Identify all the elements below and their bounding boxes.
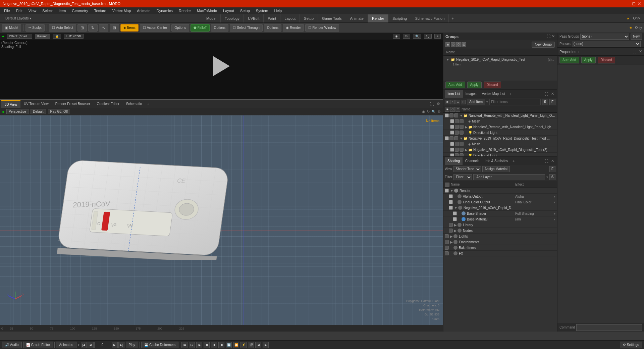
menu-setup[interactable]: Setup (237, 7, 253, 14)
viewport-tab-3dview[interactable]: 3D View (1, 100, 20, 108)
viewport-shading-button[interactable]: Default (31, 109, 46, 114)
falloff-button[interactable]: ⬟ Falloff (191, 24, 210, 32)
col-vis-icon-1[interactable]: ◉ (445, 107, 449, 112)
shader-row-11[interactable]: ▶ FX (443, 251, 557, 256)
transport-icon-8[interactable]: 🔀 (233, 342, 239, 348)
discard-button[interactable]: Discard (484, 82, 501, 88)
props-close-icon[interactable]: ✕ (639, 49, 642, 54)
items-button[interactable]: ◈ Items (120, 24, 138, 32)
transport-icon-3[interactable]: ◉ (196, 342, 202, 348)
properties-plus-icon[interactable]: + (578, 50, 580, 54)
group-item-0[interactable]: ▼ 📁 Negative_2019_nCoV_Rapid_Diagnostic_… (445, 57, 555, 62)
effect-button[interactable]: Effect: (Shadi... (7, 34, 32, 39)
layout-tab-add[interactable]: + (449, 16, 456, 20)
transport-icon-4[interactable]: ⏺ (204, 342, 210, 348)
play-label-button[interactable]: Play (126, 342, 138, 348)
groups-vis-icon-2[interactable]: ◌ (451, 42, 455, 47)
menu-maxtomodo[interactable]: MaxToModo (194, 7, 220, 14)
items-s-button[interactable]: S (542, 99, 548, 105)
tab-setup[interactable]: Setup (300, 14, 318, 22)
new-group-button[interactable]: New Group (532, 42, 555, 48)
options-2-button[interactable]: Options (211, 24, 228, 32)
transform-all-button[interactable]: ⊠ (110, 24, 119, 32)
render-window-button[interactable]: ☐ Render Window (305, 24, 339, 32)
groups-vis-icon-4[interactable]: ◱ (462, 42, 466, 47)
item-row-7[interactable]: ▶ 💡 Directional Light (443, 153, 557, 156)
menu-edit[interactable]: Edit (13, 7, 25, 14)
groups-close-icon[interactable]: ✕ (552, 34, 555, 39)
menu-help[interactable]: Help (271, 7, 284, 14)
col-vis-icon-2[interactable]: ◌ (450, 107, 455, 112)
transform-rotate-button[interactable]: ↻ (88, 24, 98, 32)
menu-item[interactable]: Item (56, 7, 68, 14)
tab-render[interactable]: Render (368, 14, 388, 22)
item-row-0[interactable]: ▼ 📁 Nanoleaf_Remote_with_Nanoleaf_Light_… (443, 113, 557, 118)
item-row-4[interactable]: ▼ 📁 Negative_2019_nCoV_Rapid_Diagnostic_… (443, 136, 557, 141)
vp-toolbar-icon-1[interactable]: ◉ (422, 110, 425, 113)
tab-game-tools[interactable]: Game Tools (318, 14, 346, 22)
item-row-2[interactable]: ▶ 📁 Nanoleaf_Remote_with_Nanoleaf_Light_… (443, 124, 557, 130)
preview-ctrl-3[interactable]: 🔍 (413, 34, 421, 39)
items-tab-list[interactable]: Item List (445, 90, 463, 98)
model-mode-button[interactable]: ▣ Model (2, 24, 21, 32)
vp-expand-icon[interactable]: ⛶ (429, 102, 435, 106)
menu-texture[interactable]: Texture (92, 7, 109, 14)
lock-button[interactable]: 🔒 (53, 34, 61, 39)
tab-scripting[interactable]: Scripting (388, 14, 411, 22)
default-layouts-label[interactable]: Default Layouts ▾ (3, 16, 34, 20)
menu-system[interactable]: System (253, 7, 271, 14)
shading-tab-shading[interactable]: Shading (445, 157, 463, 165)
shader-row-2[interactable]: ▶ Final Color Output Final Color ▾ (443, 199, 557, 205)
step-back-button[interactable]: ◀ (88, 342, 94, 348)
items-f-button[interactable]: F (549, 99, 555, 105)
transform-move-button[interactable]: ⊞ (77, 24, 87, 32)
shader-row-7[interactable]: ▶ Nodes (443, 228, 557, 234)
transport-icon-1[interactable]: ⏮ (181, 342, 187, 348)
settings-button[interactable]: ⚙ Settings (620, 342, 642, 348)
shading-tab-info[interactable]: Info & Statistics (482, 157, 511, 165)
play-button[interactable]: ▶ (112, 342, 118, 348)
options-1-button[interactable]: Options (171, 24, 189, 32)
item-row-1[interactable]: ▶ ◈ Mesh (443, 118, 557, 124)
shader-row-6[interactable]: ▶ Library (443, 222, 557, 228)
menu-view[interactable]: View (26, 7, 39, 14)
viewport-tab-schematic[interactable]: Schematic (123, 100, 145, 108)
viewport-tab-uv[interactable]: UV Texture View (20, 100, 52, 108)
preview-ctrl-2[interactable]: ↻ (403, 34, 410, 39)
transport-icon-9[interactable]: ⚡ (240, 342, 247, 348)
step-forward-button[interactable]: ▶| (118, 342, 124, 348)
transport-icon-12[interactable]: ▶ (263, 342, 269, 348)
items-tab-add[interactable]: + (508, 92, 514, 96)
play-to-start-button[interactable]: |◀ (81, 342, 87, 348)
transport-icon-7[interactable]: 🔄 (226, 342, 232, 348)
vp-toolbar-icon-3[interactable]: 🔍 (432, 110, 436, 113)
shading-tab-channels[interactable]: Channels (463, 157, 482, 165)
item-row-5[interactable]: ▶ ◈ Mesh (443, 141, 557, 147)
shading-close-icon[interactable]: ✕ (550, 159, 555, 163)
tab-topology[interactable]: Topology (221, 14, 244, 22)
shader-row-3[interactable]: ▼ Negative_2019_nCoV_Rapid_Diagnostic_..… (443, 205, 557, 211)
transport-icon-5[interactable]: ⏸ (211, 342, 217, 348)
auto-add-button[interactable]: Auto Add (445, 82, 465, 88)
tab-layout[interactable]: Layout (280, 14, 300, 22)
passes-select[interactable]: (none) (572, 41, 641, 47)
shading-tab-add[interactable]: + (511, 159, 517, 163)
frame-input[interactable] (94, 342, 111, 348)
command-input[interactable] (576, 324, 642, 331)
tab-schematic-fusion[interactable]: Schematic Fusion (411, 14, 449, 22)
viewport-tab-render-preset[interactable]: Render Preset Browser (52, 100, 94, 108)
preview-ctrl-5[interactable]: ≡ (434, 34, 441, 39)
menu-dynamics[interactable]: Dynamics (154, 7, 175, 14)
play-button[interactable] (213, 56, 230, 76)
shader-row-4[interactable]: ▶ Base Shader Full Shading ▾ (443, 211, 557, 216)
transport-icon-10[interactable]: 🎬 (248, 342, 254, 348)
menu-layout[interactable]: Layout (220, 7, 237, 14)
groups-expand-icon[interactable]: ⛶ (547, 34, 550, 39)
items-vis-icon-1[interactable]: ◉ (445, 100, 449, 104)
tab-uvedit[interactable]: UVEdit (244, 14, 264, 22)
auto-select-button[interactable]: ☐ Auto Select (49, 24, 76, 32)
apply-props-button[interactable]: Apply (581, 57, 596, 63)
preview-ctrl-4[interactable]: ⛶ (424, 34, 432, 39)
assign-material-button[interactable]: Assign Material (482, 166, 510, 172)
menu-render[interactable]: Render (176, 7, 194, 14)
